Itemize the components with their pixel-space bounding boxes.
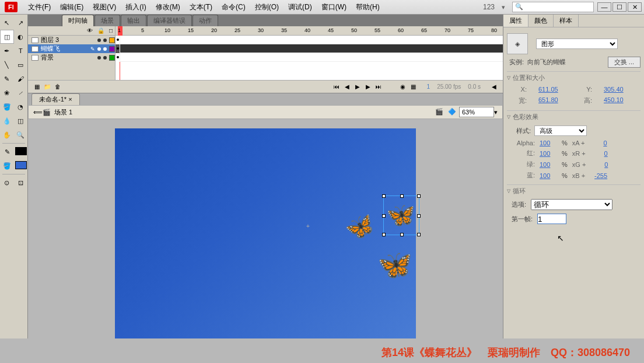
back-arrow-icon[interactable]: ⟸ (33, 109, 43, 116)
green-offset[interactable]: 0 (590, 161, 608, 168)
layer-row[interactable]: 背景 (28, 53, 115, 62)
blue-offset[interactable]: -255 (590, 172, 607, 179)
section-color-effect[interactable]: ▽色彩效果 (507, 110, 640, 123)
edit-multiple-button[interactable]: ▦ (410, 83, 418, 91)
stroke-color[interactable]: ✎ (0, 145, 14, 159)
tab-properties[interactable]: 属性 (503, 15, 528, 27)
pencil-tool[interactable]: ✎ (0, 72, 14, 86)
tab-output[interactable]: 输出 (121, 15, 146, 26)
instance-type-dropdown[interactable]: 图形 (536, 39, 618, 49)
stage[interactable]: + 🦋 🦋 🦋 (115, 128, 416, 338)
tab-compiler-errors[interactable]: 编译器错误 (147, 15, 192, 26)
prev-frame-button[interactable]: ◀ (343, 83, 351, 91)
frames-area[interactable]: 151015202530354045505560657075808590 (116, 26, 503, 80)
next-frame-button[interactable]: ▶ (364, 83, 372, 91)
close-tab-icon[interactable]: × (68, 96, 72, 103)
stage-area[interactable]: + 🦋 🦋 🦋 (28, 119, 503, 338)
menu-control[interactable]: 控制(O) (250, 2, 284, 12)
section-loop[interactable]: ▽循环 (507, 184, 640, 197)
text-tool[interactable]: T (14, 44, 28, 58)
blue-percent[interactable]: 100 (540, 172, 557, 179)
first-frame-button[interactable]: ⏮ (332, 83, 341, 91)
edit-symbol-icon[interactable]: 🔷 (448, 108, 457, 116)
tab-actions[interactable]: 动作 (192, 15, 218, 26)
frame-ruler[interactable]: 151015202530354045505560657075808590 (116, 26, 503, 36)
onion-skin-button[interactable]: ◉ (399, 83, 407, 91)
x-value[interactable]: 611.05 (538, 86, 568, 93)
tab-color[interactable]: 颜色 (528, 15, 554, 27)
section-position[interactable]: ▽位置和大小 (507, 71, 640, 84)
scene-name[interactable]: 场景 1 (54, 108, 72, 117)
zoom-dropdown-icon[interactable]: ▾ (494, 109, 498, 116)
scroll-left-button[interactable]: ◀ (490, 83, 498, 91)
menu-text[interactable]: 文本(T) (185, 2, 217, 12)
close-button[interactable]: ✕ (628, 2, 642, 12)
butterfly-magenta[interactable]: 🦋 (341, 209, 378, 245)
edit-scene-icon[interactable]: 🎬 (435, 108, 444, 116)
stroke-swatch[interactable] (15, 147, 27, 155)
document-tab[interactable]: 未命名-1* × (32, 93, 80, 105)
bone-tool[interactable]: ⟋ (14, 86, 28, 100)
lasso-tool[interactable]: ◐ (14, 30, 27, 44)
butterfly-blue[interactable]: 🦋 (377, 248, 412, 281)
paint-bucket-tool[interactable]: 🪣 (0, 100, 14, 114)
selection-bounds[interactable] (383, 196, 419, 235)
menu-debug[interactable]: 调试(D) (284, 2, 317, 12)
red-offset[interactable]: 0 (590, 150, 608, 157)
red-percent[interactable]: 100 (540, 150, 557, 157)
menu-insert[interactable]: 插入(I) (121, 2, 150, 12)
lock-icon[interactable]: 🔒 (97, 27, 104, 34)
delete-layer-button[interactable]: 🗑 (54, 83, 62, 91)
style-dropdown[interactable]: 高级 (534, 125, 587, 136)
subselection-tool[interactable]: ↗ (14, 16, 28, 30)
last-frame-button[interactable]: ⏭ (374, 83, 383, 91)
menu-file[interactable]: 文件(F) (23, 2, 55, 12)
swap-button[interactable]: 交换 ... (608, 57, 640, 68)
new-folder-button[interactable]: 📁 (43, 83, 51, 91)
option-tool[interactable]: ⊡ (14, 176, 28, 190)
free-transform-tool[interactable]: ◫ (0, 30, 14, 44)
maximize-button[interactable]: ☐ (612, 2, 626, 12)
eraser-tool[interactable]: ◫ (14, 114, 28, 128)
minimize-button[interactable]: — (597, 2, 611, 12)
pen-tool[interactable]: ✒ (0, 44, 14, 58)
y-value[interactable]: 305.40 (604, 86, 633, 93)
rectangle-tool[interactable]: ▭ (14, 58, 28, 72)
ink-bottle-tool[interactable]: ◔ (14, 100, 28, 114)
line-tool[interactable]: ╲ (0, 58, 14, 72)
tab-timeline[interactable]: 时间轴 (62, 15, 94, 26)
search-input[interactable]: 🔍 (512, 2, 594, 12)
outline-icon[interactable]: □ (109, 27, 113, 34)
eye-icon[interactable]: 👁 (87, 27, 93, 34)
loop-option-dropdown[interactable]: 循环 (531, 199, 612, 210)
new-layer-button[interactable]: ▦ (33, 83, 41, 91)
layer-row[interactable]: 蝴蝶飞 ✎ (28, 44, 115, 53)
menu-window[interactable]: 窗口(W) (317, 2, 351, 12)
first-frame-input[interactable] (537, 214, 566, 224)
layer-row[interactable]: 图层 3 (28, 36, 115, 44)
green-percent[interactable]: 100 (540, 161, 557, 168)
alpha-percent[interactable]: 100 (540, 139, 557, 146)
play-button[interactable]: ▶ (354, 83, 362, 91)
menu-edit[interactable]: 编辑(E) (55, 2, 88, 12)
dropdown-arrow-icon[interactable]: ▾ (502, 4, 505, 11)
width-value[interactable]: 651.80 (538, 96, 568, 105)
zoom-tool[interactable]: 🔍 (14, 128, 28, 142)
eyedropper-tool[interactable]: 💧 (0, 114, 14, 128)
menu-view[interactable]: 视图(V) (88, 2, 121, 12)
hand-tool[interactable]: ✋ (0, 128, 14, 142)
fill-swatch[interactable] (15, 161, 27, 169)
tab-swatches[interactable]: 样本 (554, 15, 579, 27)
deco-tool[interactable]: ❀ (0, 86, 14, 100)
snap-tool[interactable]: ⊙ (0, 176, 14, 190)
tab-scene[interactable]: 场景 (94, 15, 120, 26)
brush-tool[interactable]: 🖌 (14, 72, 28, 86)
zoom-input[interactable] (459, 107, 494, 117)
menu-help[interactable]: 帮助(H) (351, 2, 384, 12)
selection-tool[interactable]: ↖ (0, 16, 14, 30)
menu-commands[interactable]: 命令(C) (217, 2, 250, 12)
fill-color[interactable]: 🪣 (0, 159, 14, 173)
height-value[interactable]: 450.10 (604, 96, 633, 105)
menu-modify[interactable]: 修改(M) (151, 2, 185, 12)
alpha-offset[interactable]: 0 (590, 139, 607, 146)
